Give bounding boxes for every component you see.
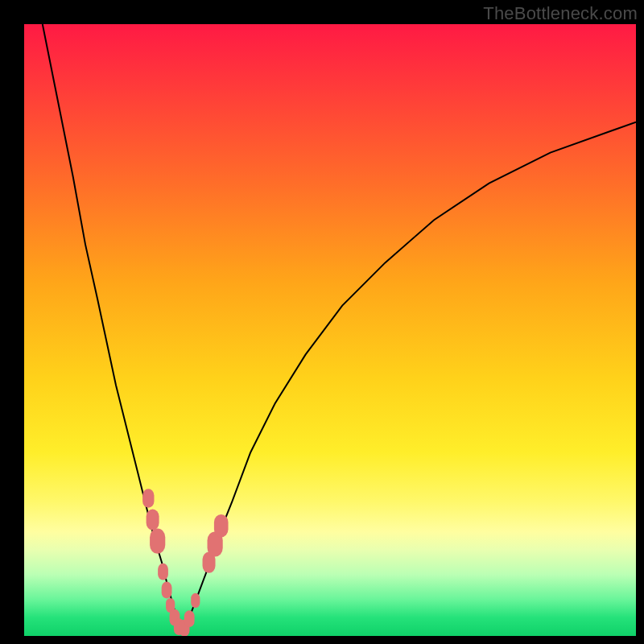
plot-area (24, 24, 636, 636)
curve-marker (191, 593, 200, 608)
curve-marker (147, 510, 159, 530)
bottleneck-curve-svg (24, 24, 636, 636)
curve-marker (184, 610, 195, 627)
curve-marker (158, 564, 168, 580)
curve-marker (150, 529, 165, 554)
chart-frame: TheBottleneck.com (0, 0, 644, 644)
curve-right (181, 122, 636, 634)
watermark-text: TheBottleneck.com (483, 3, 638, 24)
curve-markers (142, 489, 228, 636)
curve-marker (214, 514, 229, 538)
curve-marker (142, 489, 154, 507)
curve-marker (162, 582, 172, 599)
